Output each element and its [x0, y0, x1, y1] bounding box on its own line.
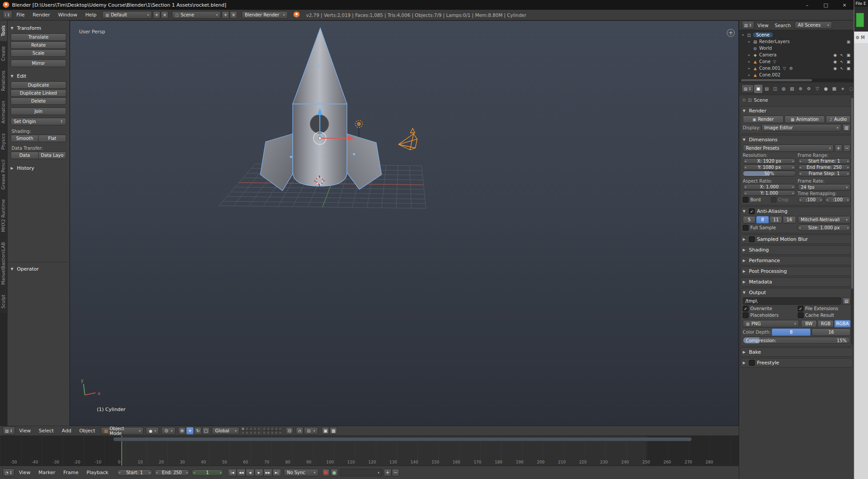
mode-selector[interactable]: ▧ Object Mode ▾	[101, 427, 143, 435]
resolution-y-field[interactable]: ◂Y: 1080 px▸	[743, 164, 796, 170]
outliner-row[interactable]: ◍ World	[741, 45, 853, 52]
channels-rgba-button[interactable]: RGBA	[834, 320, 851, 327]
transform-orientation-selector[interactable]: Global ▾	[212, 427, 239, 435]
delete-scene-button[interactable]: ×	[230, 11, 237, 19]
editor-type-button[interactable]: i ↕	[3, 11, 12, 19]
tool-tab[interactable]: Relations	[0, 66, 8, 96]
frame-step-field[interactable]: ◂Frame Step: 1▸	[798, 171, 851, 176]
post-processing-panel-header[interactable]: ▶ Post Processing	[743, 267, 851, 275]
layer-toggle[interactable]	[249, 427, 253, 431]
compression-slider[interactable]: Compression: 15%	[743, 337, 851, 344]
transport-button[interactable]: ▶▶	[263, 469, 272, 476]
layer-toggle[interactable]	[267, 431, 270, 435]
disclosure-icon[interactable]: ▸	[747, 67, 751, 70]
outliner-row[interactable]: ▸ ▲ Cone.002	[741, 72, 853, 78]
autokey-record-button[interactable]	[322, 469, 330, 476]
layer-toggle[interactable]	[241, 427, 245, 431]
freestyle-checkbox[interactable]	[749, 360, 755, 366]
selectability-icon[interactable]: ↖	[839, 53, 844, 57]
menu-item[interactable]: View	[15, 426, 35, 435]
properties-scrollbar[interactable]	[851, 96, 854, 345]
outliner-item-label[interactable]: Scene	[753, 32, 773, 37]
current-frame-field[interactable]: ◂ 1 ▸	[191, 469, 223, 476]
viewport-shading-selector[interactable]: ● ▾	[146, 427, 159, 435]
anti-aliasing-checkbox[interactable]: ✓	[749, 208, 755, 214]
tool-tab[interactable]: Grease Pencil	[0, 155, 8, 195]
render-panel-header[interactable]: ▼ Render	[743, 107, 851, 115]
transform-panel-header[interactable]: ▼ Transform	[11, 24, 66, 32]
edit-panel-header[interactable]: ▼ Edit	[11, 72, 66, 80]
renderability-icon[interactable]: ▣	[846, 66, 851, 71]
operator-panel-header[interactable]: ▼ Operator	[11, 265, 66, 272]
properties-tab-icon[interactable]: ◍	[780, 85, 788, 93]
close-button[interactable]: ×	[835, 0, 854, 10]
outliner-row[interactable]: ▸ ▤ RenderLayers ▣	[741, 38, 853, 45]
camera-object[interactable]	[398, 128, 417, 150]
properties-tab-icon[interactable]: ◫	[771, 85, 779, 93]
aa-samples-16-button[interactable]: 16	[783, 216, 796, 224]
lamp-object[interactable]	[355, 120, 362, 128]
layer-toggle[interactable]	[245, 431, 249, 435]
menu-item[interactable]: Window	[54, 10, 81, 20]
outliner-row[interactable]: ▾ ◫ Scene	[741, 32, 853, 38]
outliner-item-label[interactable]: Camera	[759, 52, 776, 57]
disclosure-icon[interactable]: ▸	[747, 53, 751, 57]
transport-button[interactable]: ▶|	[272, 469, 281, 476]
channels-bw-button[interactable]: BW	[801, 320, 817, 327]
layer-toggle[interactable]	[279, 431, 282, 435]
translate-button[interactable]: Translate	[11, 33, 66, 41]
render-audio-button[interactable]: ♪ Audio	[826, 116, 851, 123]
freestyle-panel-header[interactable]: ▶ Freestyle	[743, 359, 851, 367]
renderability-icon[interactable]: ▣	[846, 40, 851, 44]
outliner-item-label[interactable]: Cone.002	[759, 72, 780, 77]
aa-filter-selector[interactable]: Mitchell-Netravali ▾	[798, 216, 851, 224]
shade-flat-button[interactable]: Flat	[39, 135, 66, 142]
dimensions-panel-header[interactable]: ▼ Dimensions	[743, 136, 851, 144]
performance-panel-header[interactable]: ▶ Performance	[743, 257, 851, 264]
add-preset-button[interactable]: +	[835, 144, 842, 152]
decrement-icon[interactable]: ◂	[155, 471, 159, 475]
duplicate-button[interactable]: Duplicate	[11, 81, 66, 89]
tool-tab[interactable]: Tools	[0, 20, 8, 41]
delete-button[interactable]: Delete	[11, 97, 66, 105]
layer-toggle[interactable]	[275, 431, 278, 435]
end-frame-field[interactable]: ◂End Frame: 250▸	[798, 164, 851, 170]
full-sample-checkbox[interactable]: Full Sample	[743, 224, 796, 231]
tool-tab[interactable]: Physics	[0, 128, 8, 155]
motion-blur-checkbox[interactable]	[749, 236, 755, 242]
menu-item[interactable]: Render	[28, 10, 54, 20]
menu-item[interactable]: Frame	[60, 466, 83, 479]
layer-toggle[interactable]	[241, 431, 245, 435]
delete-layout-button[interactable]: ×	[161, 11, 168, 19]
outliner-display-mode[interactable]: All Scenes ▾	[795, 21, 832, 29]
properties-tab-icon[interactable]: ▧	[788, 85, 796, 93]
data-transfer-data-button[interactable]: Data	[11, 152, 39, 159]
aa-samples-5-button[interactable]: 5	[743, 216, 756, 224]
layer-toggle[interactable]	[263, 427, 266, 431]
snap-magnet-button[interactable]: ∩	[296, 427, 303, 435]
properties-tab-icon[interactable]: ⊗	[796, 85, 804, 93]
layer-toggle[interactable]	[267, 427, 270, 431]
layer-toggle[interactable]	[245, 427, 249, 431]
transport-button[interactable]: ◀◀	[237, 469, 246, 476]
output-panel-header[interactable]: ▼ Output	[743, 289, 851, 296]
layer-toggle[interactable]	[271, 427, 274, 431]
editor-type-button[interactable]: ▤ ↕	[742, 21, 754, 29]
editor-type-button[interactable]: ▤ ↕	[741, 84, 754, 93]
translate-manipulator-button[interactable]: +	[186, 427, 194, 435]
layer-toggle[interactable]	[263, 431, 266, 435]
outliner-item-label[interactable]: RenderLayers	[759, 39, 790, 44]
menu-item[interactable]: Object	[75, 426, 99, 435]
rocket-object[interactable]	[260, 28, 382, 191]
menu-item[interactable]: View	[754, 20, 772, 30]
transport-button[interactable]: |◀	[228, 469, 237, 476]
sync-mode-selector[interactable]: No Sync ▾	[284, 469, 319, 476]
tool-tab[interactable]: MHX2 Runtime	[0, 194, 8, 237]
outliner-row[interactable]: ▸ ▲ Cone ▽ ◉ ↖ ▣	[741, 58, 853, 65]
snap-element-selector[interactable]: ⊡ ▾	[304, 427, 318, 435]
output-path-field[interactable]: /tmp\	[743, 297, 841, 305]
properties-tab-icon[interactable]: ⚙	[805, 85, 813, 93]
disclosure-icon[interactable]: ▸	[747, 60, 751, 64]
scene-selector[interactable]: ◫ Scene ▾	[172, 11, 221, 19]
increment-icon[interactable]: ▸	[219, 471, 223, 475]
